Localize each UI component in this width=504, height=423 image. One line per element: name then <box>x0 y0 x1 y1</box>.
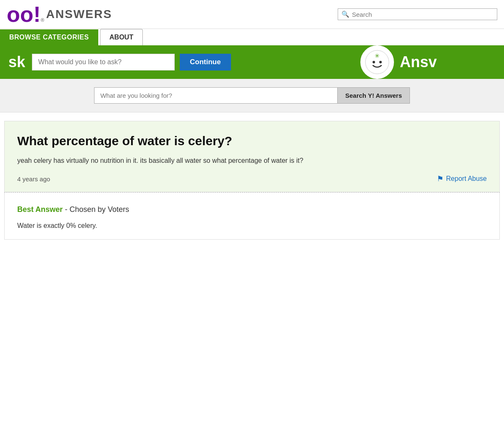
question-body: yeah celery has virtually no nutrition i… <box>17 156 487 166</box>
ask-bar: sk Continue ✳ Ansv <box>0 45 504 79</box>
ask-input[interactable] <box>32 54 175 70</box>
question-time: 4 years ago <box>17 175 50 183</box>
site-header: oo!® ANSWERS 🔍 <box>0 0 504 29</box>
ask-label: sk <box>8 53 25 71</box>
report-abuse-label: Report Abuse <box>446 175 487 183</box>
answers-label: ANSWERS <box>46 8 112 21</box>
about-tab[interactable]: ABOUT <box>100 29 143 45</box>
svg-text:✳: ✳ <box>375 52 380 59</box>
question-title: What percentage of water is celery? <box>17 134 487 148</box>
svg-point-2 <box>373 61 375 63</box>
ansy-label: Ansv <box>400 53 437 71</box>
logo-text: oo!® <box>7 3 45 25</box>
search-icon: 🔍 <box>341 10 349 18</box>
nav-bar: BROWSE CATEGORIES ABOUT <box>0 29 504 45</box>
search-ya-button[interactable]: Search Y! Answers <box>338 87 410 104</box>
continue-button[interactable]: Continue <box>180 54 231 70</box>
secondary-search: Search Y! Answers <box>0 79 504 112</box>
secondary-search-input[interactable] <box>94 87 338 104</box>
mascot-icon: ✳ <box>360 45 394 79</box>
mascot-area: ✳ Ansv <box>360 45 437 79</box>
report-abuse-link[interactable]: ⚑ Report Abuse <box>437 174 487 183</box>
question-section: What percentage of water is celery? yeah… <box>4 121 500 192</box>
header-search-input[interactable] <box>352 11 494 18</box>
best-answer-label: Best Answer - Chosen by Voters <box>17 205 487 214</box>
question-meta: 4 years ago ⚑ Report Abuse <box>17 174 487 183</box>
mascot-svg: ✳ <box>365 50 390 75</box>
svg-point-3 <box>379 61 382 63</box>
header-search-box[interactable]: 🔍 <box>338 8 497 20</box>
logo-area: oo!® ANSWERS <box>7 3 112 25</box>
answer-section: Best Answer - Chosen by Voters Water is … <box>4 193 500 240</box>
flag-icon: ⚑ <box>437 174 444 183</box>
browse-categories-tab[interactable]: BROWSE CATEGORIES <box>0 29 98 45</box>
best-answer-green-text: Best Answer <box>17 205 63 214</box>
answer-text: Water is exactly 0% celery. <box>17 221 487 231</box>
best-answer-chosen: - Chosen by Voters <box>65 205 129 214</box>
